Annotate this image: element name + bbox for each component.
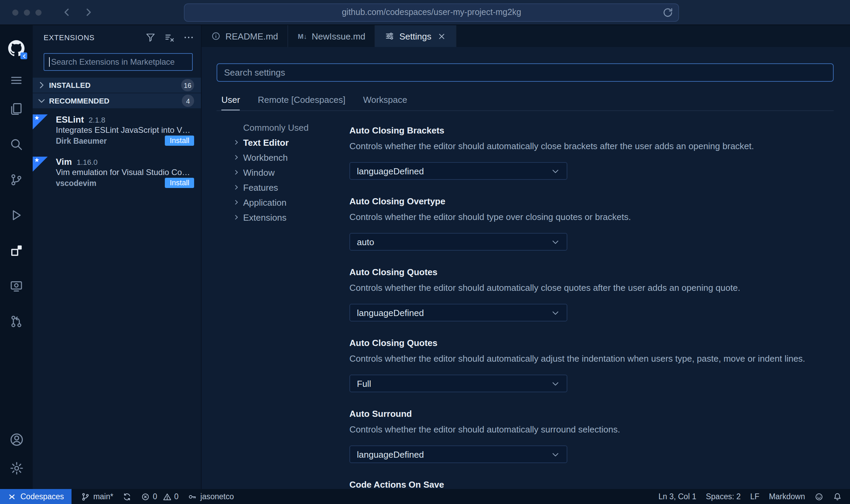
branch-status[interactable]: main* bbox=[81, 492, 113, 501]
maximize-window-icon[interactable] bbox=[35, 9, 42, 15]
sync-status[interactable] bbox=[123, 492, 132, 501]
github-home-button[interactable] bbox=[0, 36, 33, 61]
remote-indicator-icon bbox=[7, 492, 16, 501]
setting-select[interactable]: languageDefined bbox=[349, 445, 567, 463]
extension-name: ESLint bbox=[56, 114, 84, 125]
settings-list: Auto Closing Brackets Controls whether t… bbox=[349, 111, 850, 489]
eol-status[interactable]: LF bbox=[750, 492, 759, 501]
account-button[interactable] bbox=[0, 425, 33, 454]
source-control-icon bbox=[10, 173, 23, 187]
browser-back-button[interactable] bbox=[61, 6, 73, 18]
reload-button[interactable] bbox=[662, 6, 674, 18]
window-controls[interactable] bbox=[12, 9, 42, 15]
toc-workbench[interactable]: Workbench bbox=[233, 150, 349, 165]
minimize-window-icon[interactable] bbox=[24, 9, 30, 15]
scope-tab-user[interactable]: User bbox=[221, 90, 240, 110]
username: jasonetco bbox=[200, 492, 234, 501]
close-tab-icon[interactable] bbox=[438, 32, 446, 41]
source-control-button[interactable] bbox=[0, 166, 33, 194]
text-cursor bbox=[49, 57, 50, 67]
codespaces-window: github.com/codespaces/user-my-project-mg… bbox=[0, 0, 850, 504]
chevron-right-icon bbox=[233, 199, 240, 206]
status-bar: Codespaces main* 0 0 jasonetco Ln 3, Col… bbox=[0, 489, 850, 504]
toc-application[interactable]: Application bbox=[233, 195, 349, 210]
hamburger-menu-icon bbox=[10, 74, 23, 87]
setting-code-actions-on-save: Code Actions On Save bbox=[349, 479, 850, 489]
clear-extensions-filter-button[interactable] bbox=[164, 32, 175, 43]
chevron-down-icon bbox=[37, 96, 46, 106]
problems-status[interactable]: 0 0 bbox=[141, 492, 179, 501]
error-icon bbox=[141, 492, 150, 501]
pull-request-icon bbox=[10, 315, 23, 328]
toc-commonly-used[interactable]: Commonly Used bbox=[233, 120, 349, 135]
filter-extensions-button[interactable] bbox=[145, 32, 156, 43]
recommended-count-badge: 4 bbox=[182, 95, 194, 107]
sync-icon bbox=[123, 492, 132, 501]
more-actions-button[interactable] bbox=[183, 32, 194, 43]
recommended-flag-icon: ★ bbox=[33, 157, 56, 188]
extensions-icon bbox=[10, 244, 23, 257]
ellipsis-icon bbox=[183, 32, 194, 43]
setting-name: Code Actions On Save bbox=[349, 479, 850, 489]
setting-description: Controls whether the editor should type … bbox=[349, 211, 850, 223]
codespaces-remote-indicator[interactable]: Codespaces bbox=[0, 489, 72, 504]
chevron-right-icon bbox=[233, 139, 240, 146]
signed-in-user-status[interactable]: jasonetco bbox=[188, 492, 234, 501]
explorer-button[interactable] bbox=[0, 95, 33, 123]
setting-select[interactable]: auto bbox=[349, 233, 567, 251]
chevron-right-icon bbox=[83, 7, 94, 18]
remote-explorer-icon bbox=[10, 279, 23, 293]
browser-forward-button[interactable] bbox=[82, 6, 95, 18]
toc-extensions[interactable]: Extensions bbox=[233, 210, 349, 225]
reload-icon bbox=[662, 6, 674, 18]
recommended-section-header[interactable]: RECOMMENDED 4 bbox=[33, 93, 201, 108]
language-mode-status[interactable]: Markdown bbox=[769, 492, 805, 501]
remote-explorer-button[interactable] bbox=[0, 272, 33, 300]
settings-search-input[interactable] bbox=[217, 63, 834, 82]
install-button[interactable]: Install bbox=[165, 136, 194, 146]
toc-window[interactable]: Window bbox=[233, 165, 349, 180]
scope-tab-workspace[interactable]: Workspace bbox=[363, 90, 407, 110]
tab-readme[interactable]: README.md bbox=[202, 25, 288, 47]
settings-gear-button[interactable] bbox=[0, 454, 33, 482]
setting-select[interactable]: languageDefined bbox=[349, 162, 567, 180]
cursor-position-status[interactable]: Ln 3, Col 1 bbox=[658, 492, 696, 501]
extension-item-eslint[interactable]: ★ ESLint 2.1.8 Integrates ESLint JavaScr… bbox=[33, 109, 201, 151]
tab-settings[interactable]: Settings bbox=[376, 25, 457, 47]
toc-text-editor[interactable]: Text Editor bbox=[233, 135, 349, 150]
notifications-button[interactable] bbox=[833, 492, 842, 501]
recommended-flag-icon: ★ bbox=[33, 114, 56, 146]
chevron-down-icon bbox=[551, 450, 560, 459]
run-debug-button[interactable] bbox=[0, 201, 33, 230]
setting-select[interactable]: Full bbox=[349, 375, 567, 392]
warning-icon bbox=[163, 492, 172, 501]
address-bar[interactable]: github.com/codespaces/user-my-project-mg… bbox=[184, 3, 679, 21]
installed-section-header[interactable]: INSTALLED 16 bbox=[33, 78, 201, 93]
scope-tab-remote[interactable]: Remote [Codespaces] bbox=[258, 90, 345, 110]
close-window-icon[interactable] bbox=[12, 9, 18, 15]
chevron-down-icon bbox=[551, 308, 560, 317]
warning-count: 0 bbox=[174, 492, 179, 501]
pull-requests-button[interactable] bbox=[0, 307, 33, 336]
tab-newissue[interactable]: M↓ NewIssue.md bbox=[288, 25, 376, 47]
filter-icon bbox=[145, 32, 156, 43]
extension-item-vim[interactable]: ★ Vim 1.16.0 Vim emulation for Visual St… bbox=[33, 151, 201, 193]
menu-button[interactable] bbox=[0, 66, 33, 95]
extensions-search-input[interactable] bbox=[44, 53, 193, 71]
setting-description: Controls whether the editor should autom… bbox=[349, 424, 850, 436]
chevron-down-icon bbox=[551, 379, 560, 388]
search-button[interactable] bbox=[0, 130, 33, 159]
extension-author: vscodevim bbox=[56, 179, 165, 187]
toc-features[interactable]: Features bbox=[233, 180, 349, 195]
install-button[interactable]: Install bbox=[165, 178, 194, 188]
setting-select[interactable]: languageDefined bbox=[349, 304, 567, 321]
codespaces-label: Codespaces bbox=[20, 492, 64, 501]
extensions-button[interactable] bbox=[0, 236, 33, 265]
installed-section-label: INSTALLED bbox=[49, 81, 178, 89]
setting-auto-surround: Auto Surround Controls whether the edito… bbox=[349, 408, 850, 463]
chevron-down-icon bbox=[551, 167, 560, 175]
indentation-status[interactable]: Spaces: 2 bbox=[706, 492, 741, 501]
extension-version: 2.1.8 bbox=[89, 116, 105, 124]
feedback-button[interactable] bbox=[815, 492, 823, 501]
gear-icon bbox=[9, 461, 23, 475]
